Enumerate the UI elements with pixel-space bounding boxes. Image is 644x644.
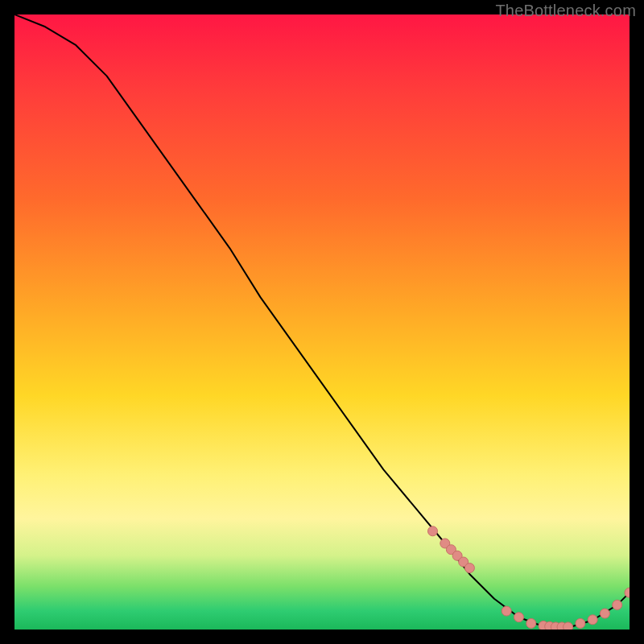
watermark-text: TheBottleneck.com xyxy=(495,2,636,20)
marker-dot xyxy=(464,564,474,573)
marker-dot xyxy=(428,526,438,536)
marker-dot xyxy=(613,600,622,609)
marker-dot xyxy=(588,615,597,625)
marker-dot xyxy=(564,622,573,630)
bottleneck-curve xyxy=(14,14,630,628)
curve-markers xyxy=(428,526,630,630)
marker-dot xyxy=(514,613,524,622)
curve-svg xyxy=(14,14,630,630)
chart-canvas: TheBottleneck.com xyxy=(0,0,644,644)
plot-area xyxy=(14,14,630,630)
marker-dot xyxy=(526,618,536,628)
marker-dot xyxy=(600,609,609,618)
marker-dot xyxy=(576,618,585,628)
marker-dot xyxy=(502,606,511,616)
